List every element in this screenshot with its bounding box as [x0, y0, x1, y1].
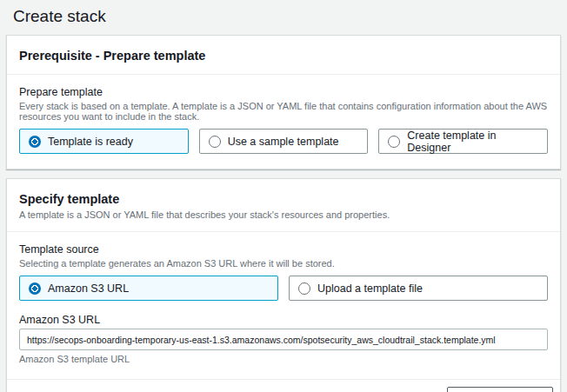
- radio-tile-label: Upload a template file: [317, 282, 423, 295]
- prerequisite-card-title: Prerequisite - Prepare template: [19, 49, 548, 63]
- page-title: Create stack: [13, 7, 561, 26]
- specify-template-card-body: Template source Selecting a template gen…: [7, 232, 560, 379]
- create-stack-page: Create stack Prerequisite - Prepare temp…: [0, 0, 567, 392]
- radio-unchecked-icon[interactable]: [388, 136, 400, 148]
- template-source-description: Selecting a template generates an Amazon…: [19, 258, 548, 269]
- radio-unchecked-icon[interactable]: [298, 282, 310, 295]
- specify-template-description: A template is a JSON or YAML file that d…: [19, 209, 548, 220]
- radio-tile-amazon-s3-url[interactable]: Amazon S3 URL: [19, 276, 278, 301]
- prerequisite-card: Prerequisite - Prepare template Prepare …: [6, 35, 561, 169]
- prepare-template-description: Every stack is based on a template. A te…: [19, 101, 548, 122]
- prerequisite-card-body: Prepare template Every stack is based on…: [7, 75, 560, 169]
- radio-tile-upload-template-file[interactable]: Upload a template file: [289, 276, 548, 301]
- amazon-s3-url-helper: Amazon S3 template URL: [19, 354, 548, 364]
- radio-unchecked-icon[interactable]: [209, 136, 221, 148]
- amazon-s3-url-label: Amazon S3 URL: [19, 314, 548, 326]
- radio-tile-label: Use a sample template: [228, 136, 339, 148]
- template-source-options: Amazon S3 URL Upload a template file: [19, 276, 548, 301]
- radio-tile-label: Create template in Designer: [407, 130, 538, 154]
- view-in-designer-button[interactable]: View in Designer: [447, 387, 553, 392]
- specify-template-card-footer: S3 URL:https://secops-onboarding-tempora…: [7, 379, 560, 392]
- specify-template-card: Specify template A template is a JSON or…: [6, 178, 561, 392]
- amazon-s3-url-input[interactable]: [19, 329, 548, 350]
- prerequisite-card-header: Prerequisite - Prepare template: [7, 36, 560, 75]
- radio-tile-use-sample-template[interactable]: Use a sample template: [199, 129, 369, 154]
- radio-tile-label: Amazon S3 URL: [48, 282, 129, 295]
- amazon-s3-url-field: Amazon S3 URL Amazon S3 template URL: [19, 314, 548, 364]
- prepare-template-label: Prepare template: [19, 86, 548, 98]
- specify-template-card-header: Specify template A template is a JSON or…: [7, 179, 560, 232]
- radio-checked-icon[interactable]: [29, 282, 41, 295]
- radio-tile-template-is-ready[interactable]: Template is ready: [19, 129, 189, 154]
- radio-tile-create-in-designer[interactable]: Create template in Designer: [378, 129, 548, 154]
- radio-checked-icon[interactable]: [29, 136, 41, 148]
- specify-template-card-title: Specify template: [19, 192, 548, 206]
- template-source-label: Template source: [19, 243, 548, 256]
- prepare-template-options: Template is ready Use a sample template …: [19, 129, 548, 154]
- radio-tile-label: Template is ready: [48, 136, 133, 148]
